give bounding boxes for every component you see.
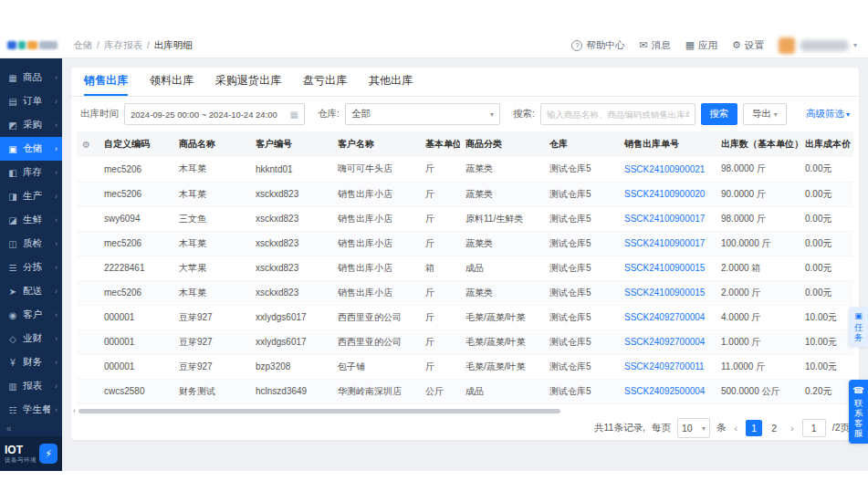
scroll-left-icon[interactable]: ‹ — [73, 406, 76, 415]
topbar-action-settings[interactable]: ⚙设置 — [732, 39, 764, 52]
customer-icon: ◉ — [7, 310, 18, 320]
breadcrumb-item[interactable]: 库存报表 — [104, 39, 142, 52]
cell-customer: 包子铺 — [332, 354, 420, 379]
cell-customer_no: xsckxd823 — [250, 182, 332, 206]
table-row[interactable]: 000001豆芽927xxlydgs6017西西里亚的公司斤毛菜/蔬菜/叶菜测试… — [77, 305, 853, 329]
sidebar-item-sorting[interactable]: ☰分拣› — [0, 256, 62, 279]
sidebar-item-purchase[interactable]: ◩采购› — [0, 113, 62, 137]
tab-2[interactable]: 采购退货出库 — [215, 68, 281, 96]
sidebar-item-delivery[interactable]: ➤配送› — [0, 279, 62, 303]
page-jump-input[interactable] — [802, 419, 826, 437]
sidebar-item-inventory[interactable]: ◧库存› — [0, 161, 62, 184]
cell-code: swy6094 — [99, 206, 173, 231]
cell-order_no[interactable]: SSCK24100900021 — [619, 157, 716, 182]
sidebar-item-student-meal[interactable]: ☷学生餐› — [0, 398, 62, 422]
topbar-action-apps[interactable]: ▦应用 — [685, 39, 717, 52]
table-row[interactable]: mec5206木耳菜xsckxd823销售出库小店斤蔬菜类测试仓库5SSCK24… — [77, 280, 853, 305]
cell-cost: 0.00元 — [800, 256, 853, 280]
chevron-right-icon: › — [55, 97, 58, 106]
search-button[interactable]: 搜索 — [701, 103, 737, 125]
sidebar-item-warehouse[interactable]: ▣仓储› — [0, 137, 62, 161]
tab-4[interactable]: 其他出库 — [369, 68, 413, 96]
cell-warehouse: 测试仓库5 — [544, 206, 619, 231]
table-row[interactable]: 000001豆芽927xxlydgs6017西西里亚的公司斤毛菜/蔬菜/叶菜测试… — [77, 329, 853, 354]
chevron-right-icon: › — [55, 144, 58, 153]
tab-0[interactable]: 销售出库 — [84, 68, 128, 96]
tasks-float-label: 任务 — [853, 322, 864, 342]
prev-page-button[interactable]: ‹ — [732, 423, 739, 434]
table-row[interactable]: mec5206木耳菜hkkntd01嗨可可牛头店斤蔬菜类测试仓库5SSCK241… — [77, 157, 853, 182]
cell-customer: 销售出库小店 — [332, 206, 420, 231]
sidebar-item-fresh[interactable]: ◪生鲜› — [0, 208, 62, 232]
cell-order_no[interactable]: SSCK24092700011 — [619, 354, 716, 379]
warehouse-select-value: 全部 — [351, 108, 371, 120]
date-range-input[interactable]: 2024-09-25 00:00 ~ 2024-10-24 24:00 ▦ — [124, 103, 305, 125]
row-handle-cell — [77, 305, 99, 329]
sidebar-item-reports[interactable]: ▥报表› — [0, 374, 62, 398]
sidebar-item-finance[interactable]: ¥财务› — [0, 350, 62, 374]
breadcrumb-item[interactable]: 仓储 — [73, 39, 92, 52]
table-row[interactable]: cwcs2580财务测试hclnszd3649华测岭南深圳店公斤成品测试仓库5S… — [77, 379, 853, 403]
cell-category: 蔬菜类 — [460, 231, 544, 256]
cell-unit: 公斤 — [420, 379, 460, 403]
table-row[interactable]: mec5206木耳菜xsckxd823销售出库小店斤蔬菜类测试仓库5SSCK24… — [77, 231, 853, 256]
cell-order_no[interactable]: SSCK24100900020 — [619, 182, 716, 206]
export-button[interactable]: 导出 ▾ — [743, 103, 787, 125]
table-row[interactable]: 22228461大苹果xsckxd823销售出库小店箱成品测试仓库5SSCK24… — [77, 256, 853, 280]
topbar-action-help[interactable]: ?帮助中心 — [571, 39, 624, 52]
chevron-right-icon: › — [55, 287, 58, 296]
user-menu[interactable]: ▾ — [779, 37, 857, 54]
cell-order_no[interactable]: SSCK24100900017 — [619, 206, 716, 231]
cell-unit: 斤 — [420, 231, 460, 256]
next-page-button[interactable]: › — [789, 423, 796, 434]
sidebar-item-orders[interactable]: ▤订单› — [0, 89, 62, 113]
column-settings-icon[interactable]: ⚙ — [82, 140, 90, 150]
table-row[interactable]: swy6094三文鱼xsckxd823销售出库小店斤原料11/生鲜类测试仓库5S… — [77, 206, 853, 231]
customer-service-float-button[interactable]: ☎ 联系客服 — [849, 380, 868, 444]
warehouse-select[interactable]: 全部 ▾ — [345, 103, 500, 125]
app-logo[interactable] — [7, 41, 60, 49]
chevron-right-icon: › — [55, 168, 58, 177]
topbar-action-messages[interactable]: ✉消息 — [639, 39, 670, 52]
page-button-1[interactable]: 1 — [746, 420, 762, 436]
advanced-filter-toggle[interactable]: 高级筛选 ▾ — [806, 108, 850, 120]
warehouse-label: 仓库: — [318, 108, 340, 120]
apps-icon: ▦ — [685, 39, 695, 51]
cell-order_no[interactable]: SSCK24092700004 — [619, 329, 716, 354]
cell-unit: 斤 — [420, 206, 460, 231]
delivery-icon: ➤ — [7, 287, 18, 297]
sidebar-item-customer[interactable]: ◉客户› — [0, 303, 62, 327]
cell-order_no[interactable]: SSCK24100900015 — [619, 280, 716, 305]
sidebar-item-production[interactable]: ◨生产› — [0, 184, 62, 208]
cell-category: 成品 — [460, 256, 544, 280]
row-handle-cell — [77, 379, 99, 403]
cell-warehouse: 测试仓库5 — [544, 305, 619, 329]
tab-3[interactable]: 盘亏出库 — [303, 68, 347, 96]
sidebar-item-label: 商品 — [23, 71, 42, 84]
sidebar-item-qc[interactable]: ◫质检› — [0, 232, 62, 256]
column-header: 基本单位 — [420, 131, 460, 157]
cell-order_no[interactable]: SSCK24100900015 — [619, 256, 716, 280]
sidebar-collapse-icon[interactable]: « — [6, 424, 12, 434]
sidebar-item-label: 学生餐 — [23, 403, 50, 416]
column-header: 商品名称 — [173, 131, 250, 157]
per-page-select[interactable]: 10 ▾ — [677, 418, 710, 438]
cell-order_no[interactable]: SSCK24092500004 — [619, 379, 716, 403]
cell-order_no[interactable]: SSCK24092700004 — [619, 305, 716, 329]
sidebar-item-biz-finance[interactable]: ◇业财› — [0, 327, 62, 350]
cell-customer_no: hclnszd3649 — [250, 379, 332, 403]
search-input[interactable] — [541, 104, 695, 124]
cell-cost: 0.00元 — [800, 206, 853, 231]
tasks-float-button[interactable]: ▣ 任务 — [849, 307, 868, 347]
tab-1[interactable]: 领料出库 — [150, 68, 193, 96]
cell-customer_no: xsckxd823 — [250, 280, 332, 305]
column-header: 出库成本价 — [800, 131, 853, 157]
cell-code: mec5206 — [99, 231, 173, 256]
sidebar-item-goods[interactable]: ▦商品› — [0, 66, 62, 89]
cell-name: 大苹果 — [173, 256, 250, 280]
table-row[interactable]: mec5206木耳菜xsckxd823销售出库小店斤蔬菜类测试仓库5SSCK24… — [77, 182, 853, 206]
cell-order_no[interactable]: SSCK24100900017 — [619, 231, 716, 256]
table-row[interactable]: 000001豆芽927bzp3208包子铺斤毛菜/蔬菜/叶菜测试仓库5SSCK2… — [77, 354, 853, 379]
scrollbar-thumb[interactable] — [78, 409, 560, 413]
page-button-2[interactable]: 2 — [766, 420, 782, 436]
